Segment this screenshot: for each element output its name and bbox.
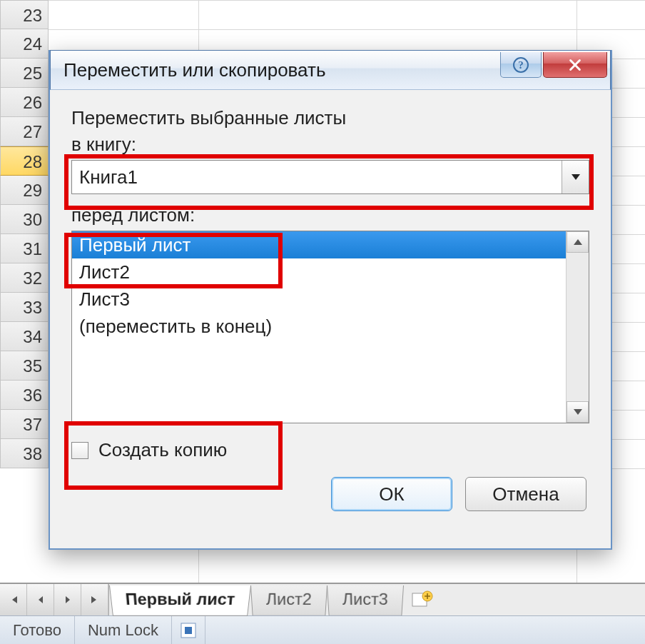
row-header[interactable]: 33	[0, 293, 49, 322]
row-header[interactable]: 32	[0, 263, 49, 293]
status-ready: Готово	[0, 616, 75, 644]
svg-text:?: ?	[518, 59, 524, 71]
svg-marker-3	[574, 239, 582, 245]
svg-rect-8	[185, 627, 192, 634]
label-before-sheet: перед листом:	[71, 204, 589, 226]
row-header[interactable]: 34	[0, 322, 49, 351]
row-header[interactable]: 29	[0, 176, 49, 205]
create-copy-label: Создать копию	[98, 439, 227, 461]
list-item[interactable]: Первый лист	[72, 231, 566, 258]
ok-button[interactable]: ОК	[331, 477, 452, 511]
workbook-combo[interactable]: Книга1	[71, 160, 589, 194]
scrollbar[interactable]	[566, 231, 589, 423]
chevron-down-icon[interactable]	[562, 161, 589, 193]
close-button[interactable]	[543, 52, 607, 78]
workbook-value: Книга1	[79, 166, 138, 188]
help-button[interactable]: ?	[500, 52, 542, 78]
list-item[interactable]: (переместить в конец)	[72, 313, 566, 340]
row-header[interactable]: 31	[0, 234, 49, 263]
row-header[interactable]: 38	[0, 439, 49, 468]
row-header[interactable]: 35	[0, 351, 49, 381]
status-bar: Готово Num Lock	[0, 615, 645, 644]
row-header[interactable]: 27	[0, 117, 49, 146]
sheet-listbox[interactable]: Первый листЛист2Лист3(переместить в коне…	[71, 231, 589, 423]
list-item[interactable]: Лист3	[72, 286, 566, 313]
svg-marker-4	[574, 409, 582, 415]
new-sheet-icon[interactable]	[408, 586, 437, 613]
dialog-titlebar[interactable]: Переместить или скопировать ?	[50, 50, 611, 90]
sheet-tab[interactable]: Первый лист	[109, 585, 251, 616]
status-numlock: Num Lock	[75, 616, 172, 644]
row-header[interactable]: 30	[0, 205, 49, 234]
row-header[interactable]: 28	[0, 146, 49, 176]
sheet-tab[interactable]: Лист3	[327, 585, 404, 616]
row-header[interactable]: 26	[0, 88, 49, 117]
row-header[interactable]: 24	[0, 29, 49, 59]
status-macro-icon[interactable]	[172, 616, 205, 644]
nav-next-icon[interactable]	[54, 584, 81, 615]
nav-first-icon[interactable]	[0, 584, 27, 615]
list-item[interactable]: Лист2	[72, 258, 566, 286]
sheet-tab-bar: Первый листЛист2Лист3	[0, 583, 645, 615]
move-or-copy-dialog: Переместить или скопировать ? Переместит…	[49, 50, 612, 550]
row-header[interactable]: 23	[0, 0, 49, 29]
create-copy-checkbox[interactable]	[71, 442, 88, 459]
svg-marker-2	[572, 174, 580, 180]
scroll-up-icon[interactable]	[567, 231, 589, 253]
nav-prev-icon[interactable]	[27, 584, 54, 615]
nav-last-icon[interactable]	[81, 584, 108, 615]
row-header[interactable]: 25	[0, 59, 49, 88]
cancel-button[interactable]: Отмена	[465, 477, 586, 511]
dialog-title: Переместить или скопировать	[64, 59, 325, 81]
row-header[interactable]: 36	[0, 381, 49, 410]
label-move-selected: Переместить выбранные листы	[71, 107, 589, 129]
sheet-tab[interactable]: Лист2	[250, 585, 327, 616]
scroll-down-icon[interactable]	[567, 401, 589, 423]
row-header[interactable]: 37	[0, 410, 49, 439]
label-to-book: в книгу:	[71, 134, 589, 156]
